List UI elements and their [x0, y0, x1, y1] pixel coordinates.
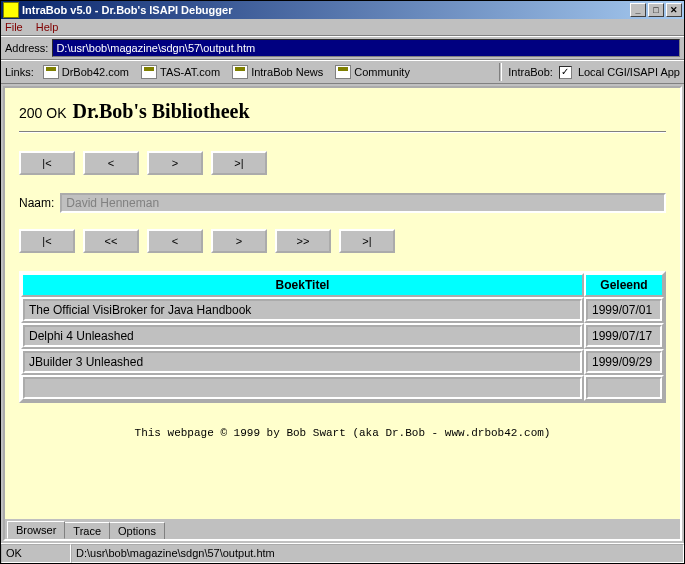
- nav2-next-button[interactable]: >: [211, 229, 267, 253]
- cell-title[interactable]: The Official VisiBroker for Java Handboo…: [23, 299, 582, 321]
- content-area: 200 OK Dr.Bob's Bibliotheek |< < > >| Na…: [3, 86, 682, 541]
- tab-bar: Browser Trace Options: [5, 519, 680, 539]
- link-tasat[interactable]: TAS-AT.com: [138, 64, 223, 80]
- link-icon: [335, 65, 351, 79]
- books-table: BoekTitel Geleend The Official VisiBroke…: [19, 271, 666, 403]
- address-bar: Address:: [1, 36, 684, 60]
- address-input[interactable]: [52, 39, 680, 57]
- nav-last-button[interactable]: >|: [211, 151, 267, 175]
- titlebar[interactable]: IntraBob v5.0 - Dr.Bob's ISAPI Debugger …: [1, 1, 684, 19]
- divider: [19, 131, 666, 133]
- link-icon: [232, 65, 248, 79]
- page-footer: This webpage © 1999 by Bob Swart (aka Dr…: [19, 427, 666, 439]
- divider: [499, 63, 502, 81]
- statusbar: OK D:\usr\bob\magazine\sdgn\57\output.ht…: [1, 543, 684, 563]
- nav2-first-button[interactable]: |<: [19, 229, 75, 253]
- cell-title[interactable]: JBuilder 3 Unleashed: [23, 351, 582, 373]
- menu-file[interactable]: File: [5, 21, 23, 33]
- cell-title[interactable]: Delphi 4 Unleashed: [23, 325, 582, 347]
- nav-next-button[interactable]: >: [147, 151, 203, 175]
- col-header-date: Geleend: [584, 273, 664, 297]
- intrabob-label: IntraBob:: [508, 66, 553, 78]
- address-label: Address:: [5, 42, 48, 54]
- table-row: [21, 375, 664, 401]
- link-intrabob-news[interactable]: IntraBob News: [229, 64, 326, 80]
- naam-field[interactable]: [60, 193, 666, 213]
- nav-prev-button[interactable]: <: [83, 151, 139, 175]
- nav-first-button[interactable]: |<: [19, 151, 75, 175]
- tab-browser[interactable]: Browser: [7, 521, 65, 539]
- nav-row-2: |< << < > >> >|: [19, 229, 666, 253]
- link-icon: [43, 65, 59, 79]
- cell-date[interactable]: 1999/07/17: [586, 325, 662, 347]
- page-body: 200 OK Dr.Bob's Bibliotheek |< < > >| Na…: [5, 88, 680, 519]
- nav2-nextpage-button[interactable]: >>: [275, 229, 331, 253]
- cell-date[interactable]: 1999/07/01: [586, 299, 662, 321]
- naam-row: Naam:: [19, 193, 666, 213]
- tab-options[interactable]: Options: [109, 522, 165, 540]
- nav2-prevpage-button[interactable]: <<: [83, 229, 139, 253]
- cell-date[interactable]: 1999/09/29: [586, 351, 662, 373]
- links-label: Links:: [5, 66, 34, 78]
- link-icon: [141, 65, 157, 79]
- col-header-title: BoekTitel: [21, 273, 584, 297]
- status-ok: OK: [1, 544, 71, 563]
- link-drbob42[interactable]: DrBob42.com: [40, 64, 132, 80]
- local-cgi-checkbox[interactable]: ✓: [559, 66, 572, 79]
- table-row: Delphi 4 Unleashed 1999/07/17: [21, 323, 664, 349]
- menu-help[interactable]: Help: [36, 21, 59, 33]
- menubar: File Help: [1, 19, 684, 36]
- link-community[interactable]: Community: [332, 64, 413, 80]
- nav2-prev-button[interactable]: <: [147, 229, 203, 253]
- nav2-last-button[interactable]: >|: [339, 229, 395, 253]
- tab-trace[interactable]: Trace: [64, 522, 110, 540]
- cell-date[interactable]: [586, 377, 662, 399]
- close-button[interactable]: ✕: [666, 3, 682, 17]
- table-row: JBuilder 3 Unleashed 1999/09/29: [21, 349, 664, 375]
- http-status: 200 OK: [19, 105, 66, 121]
- nav-row-1: |< < > >|: [19, 151, 666, 175]
- window-title: IntraBob v5.0 - Dr.Bob's ISAPI Debugger: [22, 4, 628, 16]
- table-row: The Official VisiBroker for Java Handboo…: [21, 297, 664, 323]
- page-title: Dr.Bob's Bibliotheek: [72, 100, 249, 123]
- links-bar: Links: DrBob42.com TAS-AT.com IntraBob N…: [1, 60, 684, 84]
- status-path: D:\usr\bob\magazine\sdgn\57\output.htm: [71, 544, 684, 563]
- app-window: IntraBob v5.0 - Dr.Bob's ISAPI Debugger …: [0, 0, 685, 564]
- cell-title[interactable]: [23, 377, 582, 399]
- minimize-button[interactable]: _: [630, 3, 646, 17]
- local-cgi-label: Local CGI/ISAPI App: [578, 66, 680, 78]
- naam-label: Naam:: [19, 196, 54, 210]
- app-icon: [3, 2, 19, 18]
- maximize-button[interactable]: □: [648, 3, 664, 17]
